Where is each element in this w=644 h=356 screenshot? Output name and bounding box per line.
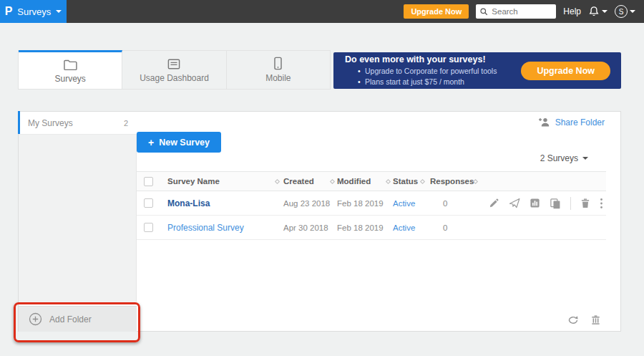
table-row: Mona-Lisa Aug 23 2018 Feb 18 2019 Active… (137, 191, 606, 216)
search-icon (479, 7, 489, 16)
modified-cell: Feb 18 2019 (337, 223, 393, 232)
reports-chart-icon[interactable] (530, 198, 540, 208)
sort-icon[interactable] (330, 178, 335, 183)
created-cell: Apr 30 2018 (283, 223, 337, 232)
folder-survey-count: 2 (124, 119, 128, 128)
survey-name-cell: Professional Survey (162, 223, 283, 233)
share-folder-button[interactable]: Share Folder (538, 117, 605, 128)
tab-label: Surveys (54, 74, 85, 84)
mobile-icon (273, 57, 283, 70)
chevron-down-icon (56, 10, 62, 13)
created-value: Apr 30 2018 (283, 223, 328, 232)
row-checkbox[interactable] (144, 198, 153, 208)
surveys-count-dropdown[interactable]: 2 Surveys (540, 153, 588, 163)
status-cell: Active (393, 223, 424, 232)
notifications-menu[interactable] (588, 6, 608, 17)
created-value: Aug 23 2018 (283, 199, 330, 208)
status-link[interactable]: Active (393, 199, 415, 208)
sort-icon[interactable] (386, 178, 391, 183)
restore-arrow-icon[interactable] (567, 315, 580, 325)
sort-icon[interactable] (473, 178, 478, 183)
header-responses: Responses (424, 177, 467, 186)
banner-upgrade-button[interactable]: Upgrade Now (521, 62, 610, 80)
folder-icon (63, 58, 77, 71)
responses-cell: 0 (424, 223, 467, 232)
surveys-table: Survey Name Created Modified Status Resp… (137, 171, 606, 240)
responses-value: 0 (443, 223, 447, 232)
search-box[interactable] (476, 4, 556, 19)
plus-icon: + (148, 137, 154, 148)
folder-item-my-surveys[interactable]: My Surveys 2 (20, 112, 137, 134)
top-navigation-bar: P Surveys Upgrade Now Help S (0, 0, 644, 23)
header-modified: Modified (337, 177, 393, 186)
upgrade-now-button[interactable]: Upgrade Now (404, 4, 469, 19)
status-link[interactable]: Active (393, 223, 415, 232)
responses-cell: 0 (424, 199, 467, 208)
add-folder-button[interactable]: Add Folder (19, 306, 137, 332)
section-tabs: Surveys Usage Dashboard Mobile (18, 50, 331, 90)
row-actions (489, 197, 606, 210)
chevron-down-icon (630, 10, 635, 13)
header-checkbox-cell (137, 177, 162, 186)
trash-bin-icon[interactable] (590, 314, 601, 325)
banner-bullet: Upgrade to Corporate for powerful tools (358, 66, 521, 76)
delete-trash-icon[interactable] (580, 198, 590, 208)
banner-bullet: Plans start at just $75 / month (358, 77, 521, 87)
topbar-right-group: Upgrade Now Help S (404, 4, 644, 19)
survey-name-cell: Mona-Lisa (162, 198, 283, 208)
duplicate-copy-icon[interactable] (550, 198, 561, 209)
responses-value: 0 (443, 199, 447, 208)
modified-cell: Feb 18 2019 (337, 199, 393, 208)
panel-footer-icons (567, 314, 601, 325)
row-checkbox[interactable] (144, 223, 153, 232)
app-screen: P Surveys Upgrade Now Help S (0, 0, 644, 356)
status-cell: Active (393, 199, 424, 208)
surveys-panel: My Surveys 2 Share Folder Add Folder + N… (18, 111, 621, 332)
row-checkbox-cell (137, 198, 162, 208)
created-cell: Aug 23 2018 (283, 199, 337, 208)
product-switcher[interactable]: P Surveys (0, 0, 67, 23)
more-kebab-icon[interactable] (600, 198, 603, 209)
modified-value: Feb 18 2019 (337, 199, 384, 208)
chevron-down-icon (582, 157, 588, 160)
upgrade-banner: Do even more with your surveys! Upgrade … (333, 52, 621, 89)
tab-surveys[interactable]: Surveys (19, 50, 122, 89)
tab-label: Mobile (265, 73, 291, 83)
sort-icon[interactable] (275, 178, 280, 183)
header-status: Status (393, 177, 424, 186)
search-input[interactable] (492, 7, 552, 16)
tab-mobile[interactable]: Mobile (227, 50, 330, 89)
row-checkbox-cell (137, 223, 162, 232)
new-survey-button[interactable]: + New Survey (137, 132, 221, 153)
share-folder-label: Share Folder (555, 117, 605, 128)
add-folder-plus-circle-icon (29, 312, 42, 326)
column-label: Created (283, 177, 314, 186)
actions-divider (570, 197, 571, 210)
account-menu[interactable]: S (615, 5, 635, 18)
tab-usage-dashboard[interactable]: Usage Dashboard (122, 50, 226, 89)
send-plane-icon[interactable] (509, 198, 520, 208)
surveys-count-label: 2 Surveys (540, 153, 578, 163)
column-label: Status (393, 177, 418, 186)
modified-value: Feb 18 2019 (337, 223, 384, 232)
tab-label: Usage Dashboard (140, 73, 209, 83)
avatar: S (615, 5, 628, 18)
survey-name-link[interactable]: Mona-Lisa (167, 198, 210, 208)
dashboard-icon (167, 57, 181, 70)
help-link[interactable]: Help (563, 6, 581, 16)
table-header-row: Survey Name Created Modified Status Resp… (137, 171, 606, 191)
edit-pencil-icon[interactable] (489, 198, 499, 208)
table-row: Professional Survey Apr 30 2018 Feb 18 2… (137, 216, 606, 240)
chevron-down-icon (602, 10, 608, 13)
column-label: Responses (430, 177, 474, 186)
column-label: Modified (337, 177, 371, 186)
banner-title: Do even more with your surveys! (345, 54, 521, 64)
column-label: Survey Name (167, 177, 220, 186)
banner-bullet-list: Upgrade to Corporate for powerful tools … (358, 66, 521, 86)
new-survey-label: New Survey (159, 138, 210, 148)
folders-sidebar (19, 134, 137, 302)
survey-name-link[interactable]: Professional Survey (167, 223, 244, 233)
add-folder-label: Add Folder (49, 314, 92, 324)
header-survey-name: Survey Name (162, 177, 283, 186)
select-all-checkbox[interactable] (144, 177, 153, 186)
